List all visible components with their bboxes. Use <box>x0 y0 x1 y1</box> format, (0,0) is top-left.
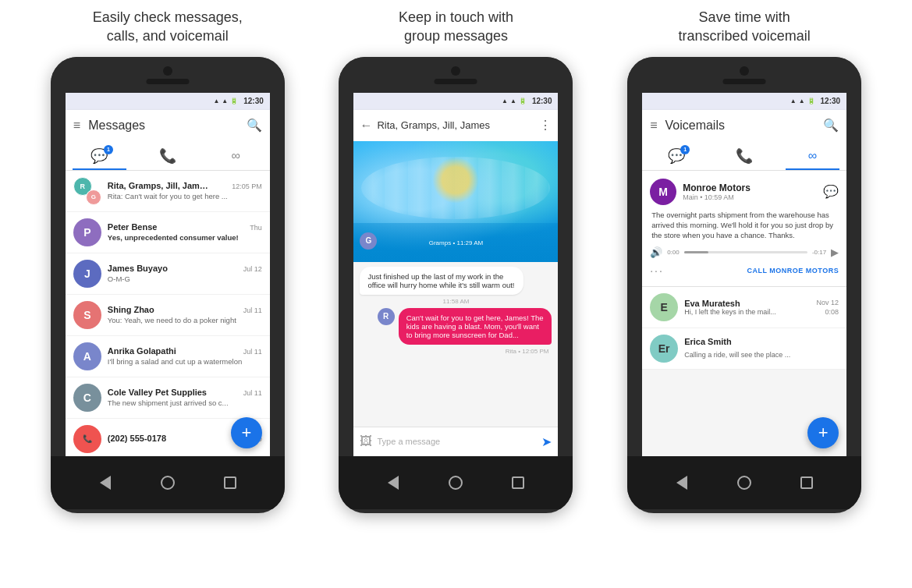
vm-time-start: 0:00 <box>667 249 680 256</box>
nav-home-btn-2[interactable] <box>447 474 464 491</box>
phone-2-top-bar <box>339 57 573 93</box>
page-wrapper: Easily check messages, calls, and voicem… <box>0 0 912 588</box>
phone-2-camera <box>451 66 460 76</box>
list-item[interactable]: S Shing Zhao Jul 11 You: Yeah, we need t… <box>66 295 270 336</box>
voicemail-list: M Monroe Motors Main • 10:59 AM 💬 The ov… <box>642 171 846 370</box>
msg-preview-4: You: Yeah, we need to do a poker night <box>108 316 262 324</box>
home-circle-3 <box>737 476 751 490</box>
msg-top-5: Anrika Golapathi Jul 11 <box>108 346 262 356</box>
list-item[interactable]: R G Rita, Gramps, Jill, James 12:05 PM R… <box>66 171 270 212</box>
nav-back-btn-3[interactable] <box>673 474 690 491</box>
tab-calls[interactable]: 📞 <box>133 142 201 170</box>
msg-top-1: Rita, Gramps, Jill, James 12:05 PM <box>108 181 262 190</box>
vm-play-icon[interactable]: ▶ <box>831 246 839 258</box>
vm-progress-bar[interactable] <box>684 251 807 253</box>
msg-name-2: Peter Bense <box>108 222 158 232</box>
recents-square-3 <box>800 476 813 489</box>
vm-progress-fill <box>684 251 709 253</box>
tab-vm-calls-icon: 📞 <box>736 147 753 165</box>
header-line1-2: Keep in touch with <box>399 9 513 25</box>
chat-input-placeholder[interactable]: Type a message <box>377 437 537 446</box>
nav-recents-btn-1[interactable] <box>222 474 239 491</box>
status-time-1: 12:30 <box>243 97 264 105</box>
nav-recents-btn-3[interactable] <box>798 474 815 491</box>
vm-item-top-eva: Eva Muratesh Nov 12 <box>684 299 839 308</box>
vm-item-duration-eva: 0:08 <box>825 308 839 316</box>
home-circle-1 <box>161 476 175 490</box>
phone-1-nav <box>51 456 285 509</box>
wifi-icon-1: ▲ <box>213 97 219 104</box>
tab-vm-messages[interactable]: 💬 1 <box>642 142 710 170</box>
header-line2-3: transcribed voicemail <box>679 28 811 44</box>
vm-contact-row: M Monroe Motors Main • 10:59 AM 💬 <box>650 179 839 205</box>
image-attach-icon[interactable]: 🖼 <box>360 434 372 448</box>
fab-compose[interactable]: + <box>231 417 262 448</box>
voicemail-expanded[interactable]: M Monroe Motors Main • 10:59 AM 💬 The ov… <box>642 171 846 287</box>
phone-2-speaker <box>435 79 477 84</box>
voicemail-tabs: 💬 1 📞 ∞ <box>642 141 846 171</box>
fab-voicemail[interactable]: + <box>807 417 839 448</box>
header-text-2: Keep in touch with group messages <box>331 8 580 46</box>
tab-messages[interactable]: 💬 1 <box>66 142 133 170</box>
gramps-label: Gramps • 11:29 AM <box>429 239 484 246</box>
msg-content-3: James Buyayo Jul 12 O-M-G <box>108 264 262 283</box>
msg-name-4: Shing Zhao <box>108 305 154 314</box>
msg-name-5: Anrika Golapathi <box>108 346 176 356</box>
vm-speaker-icon[interactable]: 🔊 <box>650 246 662 258</box>
chat-image-pool: G Gramps • 11:29 AM <box>353 141 558 262</box>
tab-vm-calls[interactable]: 📞 <box>710 142 778 170</box>
phone-3-nav <box>627 456 861 509</box>
tab-voicemail-icon: ∞ <box>231 149 240 163</box>
chat-title: Rita, Gramps, Jill, James <box>377 119 534 131</box>
list-item[interactable]: E Eva Muratesh Nov 12 Hi, I left the key… <box>642 287 846 328</box>
wifi-icon-2: ▲ <box>502 97 508 104</box>
phones-row: ▲ ▲ 🔋 12:30 ≡ Messages 🔍 <box>0 57 912 513</box>
avatar-james: J <box>73 260 101 288</box>
nav-home-btn-3[interactable] <box>736 474 753 491</box>
nav-back-btn-1[interactable] <box>97 474 114 491</box>
back-triangle-2 <box>388 476 399 490</box>
header-col-1: Easily check messages, calls, and voicem… <box>43 8 293 46</box>
search-icon[interactable]: 🔍 <box>247 118 262 133</box>
list-item[interactable]: A Anrika Golapathi Jul 11 I'll bring a s… <box>66 336 270 377</box>
hamburger-icon[interactable]: ≡ <box>73 119 80 133</box>
phone-1-top-bar <box>51 57 285 93</box>
hamburger-icon-3[interactable]: ≡ <box>650 119 657 133</box>
outgoing-bubble: Can't wait for you to get here, James! T… <box>399 308 552 345</box>
battery-icon-2: 🔋 <box>519 97 527 104</box>
vm-more-icon[interactable]: ··· <box>650 264 664 277</box>
nav-back-btn-2[interactable] <box>385 474 402 491</box>
header-line2-2: group messages <box>404 28 508 44</box>
nav-recents-btn-2[interactable] <box>509 474 527 491</box>
list-item[interactable]: P Peter Bense Thu Yes, unprecedented con… <box>66 212 270 253</box>
header-col-2: Keep in touch with group messages <box>331 8 580 46</box>
nav-home-btn-1[interactable] <box>159 474 176 491</box>
msg-top-3: James Buyayo Jul 12 <box>108 264 262 273</box>
messages-title: Messages <box>88 119 247 133</box>
header-text-3: Save time with transcribed voicemail <box>619 8 869 46</box>
tab-vm-voicemail-icon: ∞ <box>808 149 817 163</box>
list-item[interactable]: C Cole Valley Pet Supplies Jul 11 The ne… <box>66 377 270 419</box>
more-icon[interactable]: ⋮ <box>539 118 552 133</box>
phone-1: ▲ ▲ 🔋 12:30 ≡ Messages 🔍 <box>51 57 285 513</box>
vm-actions: ··· CALL MONROE MOTORS <box>650 263 839 282</box>
phone-3-speaker <box>723 79 766 84</box>
msg-content-6: Cole Valley Pet Supplies Jul 11 The new … <box>108 388 262 407</box>
msg-preview-2: Yes, unprecedented consumer value! <box>108 233 262 242</box>
vm-item-top-erica: Erica Smith <box>684 337 839 346</box>
vm-call-button[interactable]: CALL MONROE MOTORS <box>747 267 839 275</box>
signal-icon-1: ▲ <box>222 97 228 104</box>
list-item[interactable]: Er Erica Smith Calling a ride, will see … <box>642 328 846 370</box>
vm-msg-icon[interactable]: 💬 <box>823 184 839 199</box>
back-triangle-1 <box>100 476 111 490</box>
send-icon[interactable]: ➤ <box>541 434 552 449</box>
search-icon-3[interactable]: 🔍 <box>823 118 839 133</box>
status-time-3: 12:30 <box>821 97 841 105</box>
back-arrow-icon[interactable]: ← <box>360 119 372 133</box>
tab-vm-voicemail[interactable]: ∞ <box>779 142 846 170</box>
chat-app-bar: ← Rita, Gramps, Jill, James ⋮ <box>353 110 558 141</box>
wifi-icon-3: ▲ <box>790 97 797 104</box>
list-item[interactable]: J James Buyayo Jul 12 O-M-G <box>66 253 270 295</box>
tab-voicemail[interactable]: ∞ <box>201 142 269 170</box>
msg-content-1: Rita, Gramps, Jill, James 12:05 PM Rita:… <box>108 181 262 200</box>
